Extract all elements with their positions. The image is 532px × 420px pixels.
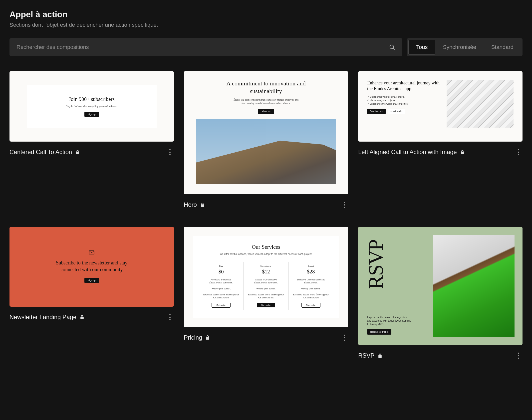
pattern-title: Newsletter Landing Page (9, 314, 76, 321)
thumb-image (433, 235, 515, 337)
pattern-card: Enhance your architectural journey with … (358, 71, 523, 157)
svg-point-0 (390, 45, 394, 49)
pattern-card: RSVP Experience the fusion of imaginatio… (358, 227, 523, 360)
thumb-image (447, 80, 514, 128)
pattern-thumbnail[interactable]: Enhance your architectural journey with … (358, 71, 523, 142)
pattern-thumbnail[interactable]: A commitment to innovation and sustainab… (184, 71, 348, 194)
thumb-heading: A commitment to innovation and sustainab… (226, 80, 306, 95)
pattern-title: Pricing (184, 334, 202, 341)
pattern-card: Join 900+ subscribers Stay in the loop w… (9, 71, 174, 157)
thumb-heading: RSVP (367, 240, 427, 289)
thumb-heading: Subscribe to the newsletter and stay con… (52, 259, 132, 273)
lock-icon (460, 150, 465, 155)
thumb-button: Reserve your spot (367, 329, 391, 335)
pattern-thumbnail[interactable]: Subscribe to the newsletter and stay con… (9, 227, 174, 307)
thumb-button: Sign up (84, 278, 99, 283)
more-options-button[interactable] (515, 351, 523, 360)
pattern-title: Hero (184, 201, 197, 208)
envelope-icon (89, 250, 94, 254)
filter-tab-synced[interactable]: Synchronisée (435, 40, 484, 55)
search-input[interactable] (9, 38, 389, 56)
pattern-title: Centered Call To Action (9, 149, 72, 156)
pattern-thumbnail[interactable]: Our Services We offer flexible options, … (184, 227, 348, 327)
page-title: Appel à action (9, 9, 523, 19)
lock-icon (75, 150, 80, 155)
pattern-title: Left Aligned Call to Action with Image (358, 149, 457, 156)
filter-tabs: Tous Synchronisée Standard (407, 38, 523, 56)
lock-icon (206, 335, 210, 340)
search-icon (389, 44, 395, 50)
more-options-button[interactable] (341, 200, 348, 209)
thumb-sub: Stay in the loop with everything you nee… (32, 105, 152, 108)
pattern-card: A commitment to innovation and sustainab… (184, 71, 348, 209)
svg-rect-2 (89, 251, 94, 254)
filter-tab-standard[interactable]: Standard (484, 40, 521, 55)
thumb-image (196, 119, 336, 184)
page-subtitle: Sections dont l'objet est de déclencher … (9, 22, 523, 28)
pattern-thumbnail[interactable]: Join 900+ subscribers Stay in the loop w… (9, 71, 174, 142)
lock-icon (200, 203, 205, 207)
thumb-sub: Études is a pioneering firm that seamles… (231, 98, 301, 105)
thumb-button-primary: Download app (367, 109, 386, 114)
thumb-button-secondary: How it works (388, 109, 405, 114)
thumb-button: Sign up (84, 112, 99, 117)
lock-icon (378, 353, 382, 358)
more-options-button[interactable] (341, 333, 348, 342)
more-options-button[interactable] (166, 148, 174, 157)
thumb-heading: Enhance your architectural journey with … (367, 80, 441, 92)
thumb-sub: We offer flexible options, which you can… (199, 253, 333, 255)
more-options-button[interactable] (166, 313, 174, 322)
thumb-heading: Join 900+ subscribers (32, 96, 152, 102)
thumb-sub: Experience the fusion of imagination and… (367, 316, 412, 326)
svg-line-1 (393, 48, 394, 49)
pricing-columns: Free $0 Access to 5 exclusiveÉtudes Arti… (199, 262, 333, 310)
filter-tab-all[interactable]: Tous (408, 40, 435, 55)
pattern-thumbnail[interactable]: RSVP Experience the fusion of imaginatio… (358, 227, 523, 345)
thumb-button: About us (258, 109, 274, 114)
lock-icon (80, 315, 84, 320)
pattern-title: RSVP (358, 352, 374, 359)
thumb-bullets: Collaborate with fellow architects. Show… (367, 95, 441, 105)
more-options-button[interactable] (515, 148, 523, 157)
pattern-card: Subscribe to the newsletter and stay con… (9, 227, 174, 322)
pattern-card: Our Services We offer flexible options, … (184, 227, 348, 342)
thumb-heading: Our Services (199, 244, 333, 250)
search-field[interactable] (9, 38, 402, 56)
